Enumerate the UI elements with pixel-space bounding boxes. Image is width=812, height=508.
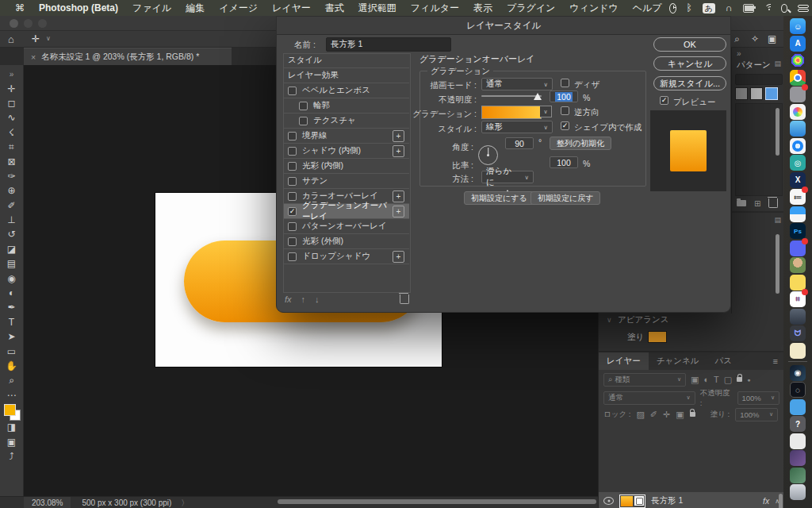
layer-name[interactable]: 長方形 1 [651, 495, 683, 506]
styles-list-item[interactable]: スタイル [283, 53, 409, 68]
gradient-picker-chevron[interactable]: ∨ [540, 106, 552, 117]
tab-layers[interactable]: レイヤー [599, 352, 649, 370]
input-source-icon[interactable]: あ [703, 3, 715, 13]
checkbox[interactable] [288, 147, 297, 156]
menu-item-help[interactable]: ヘルプ [626, 2, 669, 15]
pattern-swatch[interactable] [765, 87, 778, 100]
dock-icon-image-file[interactable] [790, 450, 806, 466]
styles-list-item[interactable]: サテン [283, 174, 409, 189]
layer-row-rectangle[interactable]: 長方形 1 fx ∧ [599, 492, 784, 508]
dock-icon-x[interactable]: X [790, 172, 806, 188]
tab-close-icon[interactable]: × [31, 52, 36, 62]
delete-effect-icon[interactable] [400, 294, 409, 304]
pen-tool[interactable]: ✒ [3, 300, 21, 314]
dock-icon-obs[interactable]: ◌ [790, 382, 806, 398]
dock-icon-avatar[interactable] [790, 257, 806, 273]
zoom-level[interactable]: 203.08% [24, 497, 71, 508]
patterns-search-field[interactable] [735, 74, 783, 85]
angle-value-field[interactable]: 90 [505, 137, 534, 149]
quick-mask-icon[interactable]: ◨ [3, 420, 21, 434]
lock-move-icon[interactable]: ✛ [663, 410, 670, 420]
new-pattern-group-icon[interactable] [737, 200, 746, 206]
eyedropper-tool[interactable]: ✑ [3, 169, 21, 183]
method-select[interactable]: 滑らかに∨ [481, 171, 534, 183]
menu-item-image[interactable]: イメージ [212, 2, 265, 15]
battery-icon[interactable] [743, 4, 754, 13]
pattern-swatch[interactable] [735, 87, 748, 100]
add-instance-icon[interactable]: + [393, 206, 404, 217]
shape-tool[interactable]: ▭ [3, 344, 21, 358]
filter-shape-icon[interactable]: ▢ [724, 375, 732, 385]
tab-channels[interactable]: チャンネル [649, 352, 707, 370]
filter-toggle-icon[interactable]: ● [747, 377, 750, 383]
opacity-select[interactable]: 100%∨ [737, 391, 779, 405]
eraser-tool[interactable]: ◪ [3, 242, 21, 256]
workspace-switcher-icon[interactable]: ▣ [768, 33, 776, 44]
type-tool[interactable]: T [3, 315, 21, 329]
checkbox[interactable] [299, 117, 308, 125]
document-tab[interactable]: × 名称未設定 1 @ 203% (長方形 1, RGB/8) * [24, 48, 232, 65]
move-effect-down-icon[interactable]: ↓ [315, 294, 320, 304]
dock-icon-notes[interactable] [790, 343, 806, 359]
gradient-swatch[interactable] [481, 106, 542, 119]
styles-list-item[interactable]: 光彩 (内側) [283, 159, 409, 174]
checkbox[interactable] [288, 222, 297, 231]
discover-lightbulb-icon[interactable]: ✧ [751, 33, 759, 44]
time-machine-icon[interactable] [669, 3, 676, 13]
menu-item-select[interactable]: 選択範囲 [351, 2, 404, 15]
add-instance-icon[interactable]: + [393, 251, 404, 263]
layer-fx-badge[interactable]: fx [763, 496, 769, 506]
menu-item-window[interactable]: ウィンドウ [562, 2, 625, 15]
status-chevron-icon[interactable]: 〉 [181, 498, 189, 508]
layer-filter-select[interactable]: ⌕種類 ∨ [603, 373, 686, 387]
add-effect-fx-icon[interactable]: fx [285, 294, 292, 304]
pattern-swatch[interactable] [750, 87, 763, 100]
new-pattern-icon[interactable]: ⊞ [754, 199, 760, 208]
add-instance-icon[interactable]: + [393, 145, 404, 157]
patterns-scrollbar[interactable] [776, 108, 779, 156]
tab-patterns[interactable]: パターン [737, 60, 771, 71]
fill-color-swatch[interactable] [648, 331, 667, 343]
side-scrollbar[interactable] [776, 234, 779, 294]
preview-checkbox[interactable] [660, 96, 668, 105]
opacity-value-field[interactable]: 100 [550, 90, 578, 102]
checkbox[interactable] [288, 162, 297, 171]
collapsed-panel-menu-icon[interactable]: ▤ [774, 216, 781, 224]
layer-thumbnail[interactable] [619, 495, 645, 508]
filter-adjustment-icon[interactable]: ◐ [703, 375, 709, 384]
dock-icon-unknown[interactable]: ? [790, 416, 806, 432]
more-tools-icon[interactable]: ⋯ [3, 388, 21, 402]
collapse-chevron-icon[interactable]: ∨ [607, 316, 612, 324]
hand-tool[interactable]: ✋ [3, 359, 21, 373]
menu-item-edit[interactable]: 編集 [178, 2, 212, 15]
headphones-icon[interactable]: ∩ [726, 2, 733, 13]
wifi-icon[interactable] [764, 4, 771, 12]
dock-icon-evernote[interactable]: ◎ [790, 155, 806, 171]
dock-icon-reminders[interactable]: ≔ [790, 189, 806, 205]
dock-icon-document[interactable] [790, 433, 806, 449]
dither-checkbox[interactable] [561, 79, 569, 87]
dock-icon-safari[interactable] [790, 138, 806, 154]
dock-icon-photos[interactable] [790, 104, 806, 120]
delete-pattern-icon[interactable] [768, 198, 778, 208]
tools-collapse-icon[interactable]: » [3, 67, 21, 81]
control-center-icon[interactable] [798, 5, 805, 12]
visibility-eye-icon[interactable] [603, 497, 614, 505]
history-brush-tool[interactable]: ↺ [3, 227, 21, 241]
window-minimize-button[interactable] [24, 19, 33, 28]
dock-icon-finder[interactable]: ☺ [790, 18, 806, 34]
dock-icon-discord[interactable] [790, 241, 806, 256]
checkbox[interactable] [288, 132, 297, 140]
foreground-background-colors[interactable] [4, 404, 20, 420]
lock-artboard-icon[interactable]: ▣ [676, 410, 684, 420]
frame-tool[interactable]: ⊠ [3, 154, 21, 168]
patterns-menu-icon[interactable]: ▤ [774, 60, 781, 67]
foreground-color-chip[interactable] [4, 404, 16, 416]
blend-mode-select[interactable]: 通常∨ [481, 78, 553, 90]
styles-list-item[interactable]: ドロップシャドウ+ [283, 249, 409, 264]
dock-icon-slack[interactable]: ⌗ [790, 291, 806, 307]
dock-icon-trash[interactable] [790, 484, 806, 500]
styles-list-item[interactable]: シャドウ (内側)+ [283, 144, 409, 159]
marquee-tool[interactable]: ◻ [3, 96, 21, 110]
fill-opacity-select[interactable]: 100%∨ [735, 408, 778, 421]
